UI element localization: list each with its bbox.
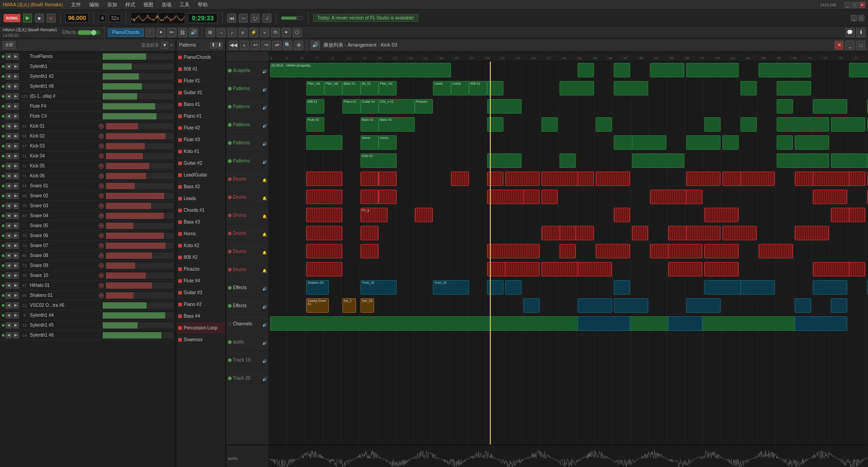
auto-block-9-16[interactable] [560,226,576,240]
stamp-btn[interactable]: ✦ [282,28,291,37]
ch-add-14[interactable]: + [99,193,104,199]
auto-block-14-17[interactable] [578,316,630,331]
ch-solo-21[interactable]: ▶ [13,262,19,269]
auto-block-5-16[interactable] [560,153,576,168]
ch-pattern-7[interactable] [106,123,174,129]
auto-block-11-17[interactable] [578,262,612,276]
pattern-block-3[interactable]: Bass #1 [342,81,360,95]
pattern-item-9[interactable]: Guitar #2 [176,157,225,169]
pl-track-label-6[interactable]: Drums 🔔 [226,170,269,188]
pl-min-btn[interactable]: _ [845,41,854,50]
ch-led-28[interactable] [2,334,5,337]
auto-block-9-29[interactable] [795,226,829,240]
ch-mute-0[interactable]: ◀ [5,53,12,60]
auto-block-12-26[interactable] [740,280,775,295]
channel-track-5[interactable]: ◀ ▶ Flute F# [0,101,175,111]
pattern-block-35[interactable] [306,262,342,276]
auto-block-12-12[interactable] [487,280,503,295]
ch-solo-1[interactable]: ▶ [13,63,19,70]
pattern-item-8[interactable]: Koto #1 [176,146,225,157]
speaker-btn[interactable]: 🔊 [189,28,198,37]
auto-block-3-26[interactable] [740,117,757,132]
auto-block-5-20[interactable] [632,153,684,168]
auto-block-0-32[interactable] [849,63,868,77]
channel-track-6[interactable]: ◀ ▶ Flute C# [0,111,175,121]
ch-led-25[interactable] [2,304,5,307]
auto-block-10-24[interactable] [704,244,739,258]
auto-block-4-28[interactable] [777,135,793,150]
pl-speaker-icon[interactable]: 🔊 [311,41,320,50]
ch-solo-22[interactable]: ▶ [13,272,19,279]
ch-led-7[interactable] [2,125,5,128]
pattern-item-12[interactable]: Leads [176,193,225,205]
fx2-btn[interactable]: ⟲ [271,28,280,37]
pattern-block-5[interactable]: Plan_rds [379,81,397,95]
auto-block-3-31[interactable] [831,117,865,132]
ch-solo-7[interactable]: ▶ [13,123,19,129]
chat-btn[interactable]: 💬 [845,28,854,37]
cr-filter-icon[interactable]: ▼ [161,42,168,49]
ch-led-27[interactable] [2,324,5,327]
auto-block-2-12[interactable] [487,99,522,114]
auto-block-1-12[interactable] [487,81,503,95]
ch-pattern-22[interactable] [106,272,174,279]
ch-add-19[interactable]: + [99,243,104,248]
ch-add-8[interactable]: + [99,133,104,139]
pattern-block-1[interactable]: Plan_rds [306,81,324,95]
pl-track-label-0[interactable]: Acapella 🔊 [226,62,269,80]
pattern-block-9[interactable]: 808 #1 [306,99,324,114]
ch-mute-6[interactable]: ◀ [5,113,12,119]
auto-block-0-21[interactable] [650,63,684,77]
auto-block-7-15[interactable] [541,190,558,204]
pattern-block-2[interactable]: Plan_rds [324,81,342,95]
pl-redo-btn[interactable]: ↪ [261,41,270,50]
ch-solo-10[interactable]: ▶ [13,153,19,159]
pattern-item-13[interactable]: Chords #1 [176,205,225,216]
chord-btn[interactable]: ≡ [238,28,247,37]
ch-solo-16[interactable]: ▶ [13,213,19,219]
link-btn[interactable]: ⛓ [178,28,187,37]
ch-mute-2[interactable]: ◀ [5,73,12,80]
ch-mute-12[interactable]: ◀ [5,173,12,179]
pattern-block-4[interactable]: 84_#1 [360,81,379,95]
ch-solo-14[interactable]: ▶ [13,193,19,199]
time-sig-den[interactable]: 32x [109,14,121,22]
pl-max-btn[interactable]: □ [856,41,865,50]
pattern-item-21[interactable]: Piano #2 [176,299,225,310]
ch-pattern-2[interactable] [103,73,174,80]
pattern-item-14[interactable]: Bass #3 [176,216,225,228]
ch-mute-1[interactable]: ◀ [5,63,12,70]
pattern-item-19[interactable]: Flute #4 [176,275,225,287]
ch-led-17[interactable] [2,224,5,227]
channel-track-14[interactable]: ◀ ▶ 68 Snare 02 + [0,191,175,201]
channel-track-16[interactable]: ◀ ▶ 80 Snare 04 + [0,211,175,221]
ch-add-12[interactable]: + [99,173,104,179]
channel-track-0[interactable]: ◀ ▶ TruePianos [0,52,175,62]
pl-connect-btn[interactable]: ⇌ [272,41,281,50]
ch-pattern-9[interactable] [106,143,174,149]
auto-block-5-28[interactable] [777,153,829,168]
record-button[interactable]: ● [47,14,56,23]
auto-block-1-26[interactable] [740,81,757,95]
ch-solo-3[interactable]: ▶ [13,83,19,90]
channel-track-17[interactable]: ◀ ▶ Snare 05 + [0,221,175,231]
ch-add-17[interactable]: + [99,223,104,229]
auto-block-11-13[interactable] [505,262,540,276]
auto-block-13-29[interactable] [795,298,811,313]
perf-btn[interactable]: ⚡ [249,28,258,37]
auto-block-0-23[interactable] [686,63,739,77]
pl-close-btn[interactable]: ✕ [835,41,844,50]
pl-track-label-15[interactable]: audio 🔊 [226,333,269,351]
pl-track-label-8[interactable]: Drums 🔔 [226,206,269,224]
ch-led-5[interactable] [2,105,5,108]
eq-btn[interactable]: ≈ [260,28,269,37]
ch-led-4[interactable] [2,95,5,98]
ch-pattern-11[interactable] [106,163,174,169]
ch-solo-13[interactable]: ▶ [13,183,19,189]
auto-block-10-18[interactable] [596,244,630,258]
channel-track-10[interactable]: ◀ ▶ 71 Kick 04 + [0,151,175,161]
ch-solo-11[interactable]: ▶ [13,163,19,169]
pattern-block-15[interactable]: Bass #2 [360,117,379,132]
channel-track-20[interactable]: ◀ ▶ 85 Snare 08 + [0,251,175,261]
auto-block-6-13[interactable] [505,172,540,186]
